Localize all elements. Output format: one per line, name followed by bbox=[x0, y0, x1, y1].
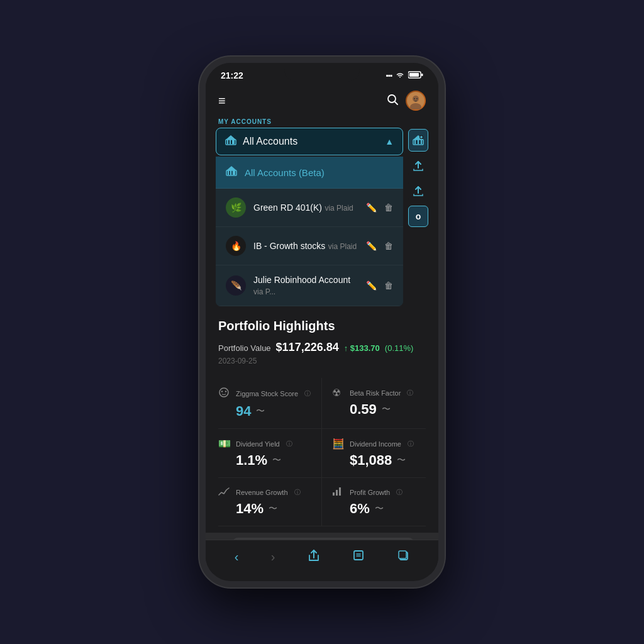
accounts-dropdown-trigger[interactable]: All Accounts ▲ bbox=[216, 128, 403, 155]
phone-notch bbox=[284, 63, 360, 82]
dropdown-menu: All Accounts (Beta) 🌿 Green RD 401(K) vi… bbox=[216, 157, 403, 306]
account-via-ib: via Plaid bbox=[328, 242, 357, 251]
account-name-ib: IB - Growth stocks bbox=[253, 241, 325, 251]
portfolio-change-pct: (0.11%) bbox=[385, 343, 414, 353]
metric-dividend-income: 🧮 Dividend Income ⓘ $1,088 〜 bbox=[322, 429, 426, 478]
revenue-growth-label: Revenue Growth bbox=[236, 489, 288, 496]
nav-right bbox=[387, 91, 426, 111]
account-name-green-rd: Green RD 401(K) bbox=[253, 203, 322, 213]
metric-profit-growth: Profit Growth ⓘ 6% 〜 bbox=[322, 478, 426, 526]
dividend-yield-value: 1.1% bbox=[236, 452, 267, 469]
revenue-growth-value: 14% bbox=[236, 501, 264, 517]
ziggma-score-info[interactable]: ⓘ bbox=[304, 389, 311, 398]
dropdown-item-all-accounts[interactable]: All Accounts (Beta) bbox=[216, 157, 403, 189]
tabs-button[interactable] bbox=[392, 547, 414, 567]
beta-risk-trend: 〜 bbox=[382, 404, 391, 415]
upload-button-1[interactable] bbox=[408, 155, 428, 177]
dividend-income-info[interactable]: ⓘ bbox=[408, 440, 414, 448]
svg-rect-14 bbox=[233, 140, 235, 144]
svg-point-32 bbox=[225, 391, 226, 392]
metric-revenue-growth: Revenue Growth ⓘ 14% 〜 bbox=[218, 478, 322, 526]
profit-growth-value: 6% bbox=[350, 501, 370, 517]
portfolio-title: Portfolio Highlights bbox=[218, 319, 426, 333]
upload-button-2[interactable] bbox=[408, 180, 428, 202]
dividend-yield-trend: 〜 bbox=[272, 455, 281, 466]
account-icon-robinhood: 🪶 bbox=[226, 275, 246, 296]
dividend-income-trend: 〜 bbox=[397, 455, 406, 466]
portfolio-value-label: Portfolio Value bbox=[218, 343, 271, 353]
ziggma-score-trend: 〜 bbox=[256, 406, 265, 417]
account-row-ib: 🔥 IB - Growth stocks via Plaid ✏️ 🗑 bbox=[216, 227, 403, 265]
nav-left: ≡ bbox=[218, 94, 226, 108]
wifi-icon bbox=[395, 70, 405, 80]
portfolio-section: Portfolio Highlights Portfolio Value $11… bbox=[206, 306, 438, 526]
signal-icon: ▪▪▪ bbox=[386, 71, 392, 80]
metric-ziggma-score: Ziggma Stock Score ⓘ 94 〜 bbox=[218, 378, 322, 429]
app-screen: ≡ bbox=[206, 83, 438, 574]
beta-risk-icon: ☢ bbox=[332, 387, 345, 399]
svg-line-4 bbox=[395, 102, 397, 104]
edit-icon-ib[interactable]: ✏️ bbox=[366, 241, 377, 251]
portfolio-date: 2023-09-25 bbox=[218, 357, 426, 365]
main-content: MY ACCOUNTS bbox=[206, 118, 438, 540]
profit-growth-trend: 〜 bbox=[375, 503, 384, 514]
svg-rect-33 bbox=[333, 492, 335, 496]
delete-icon-robinhood[interactable]: 🗑 bbox=[384, 280, 393, 291]
revenue-growth-info[interactable]: ⓘ bbox=[294, 488, 301, 497]
edit-icon-green-rd[interactable]: ✏️ bbox=[366, 203, 377, 213]
dividend-yield-info[interactable]: ⓘ bbox=[286, 440, 292, 448]
profit-growth-label: Profit Growth bbox=[350, 489, 390, 496]
forward-button[interactable]: › bbox=[266, 547, 280, 567]
svg-rect-12 bbox=[230, 140, 231, 144]
side-actions: o bbox=[408, 128, 428, 227]
metrics-grid: Ziggma Stock Score ⓘ 94 〜 ☢ Beta Risk Fa… bbox=[218, 378, 426, 526]
account-name-robinhood: Julie Robinhood Account bbox=[253, 275, 350, 285]
dividend-yield-label: Dividend Yield bbox=[236, 440, 280, 448]
svg-rect-11 bbox=[227, 140, 228, 144]
portfolio-value-row: Portfolio Value $117,226.84 ↑ $133.70 (0… bbox=[218, 341, 426, 354]
svg-marker-21 bbox=[226, 166, 236, 170]
dropdown-bank-icon bbox=[226, 165, 237, 179]
svg-rect-2 bbox=[421, 74, 423, 76]
bookmarks-button[interactable] bbox=[347, 547, 370, 567]
dividend-income-value: $1,088 bbox=[350, 452, 392, 469]
beta-risk-value: 0.59 bbox=[350, 401, 377, 418]
svg-point-3 bbox=[388, 95, 396, 103]
edit-icon-robinhood[interactable]: ✏️ bbox=[366, 280, 377, 291]
account-icon-green-rd: 🌿 bbox=[226, 197, 246, 218]
svg-rect-18 bbox=[230, 170, 231, 175]
accounts-selected-text: All Accounts bbox=[243, 136, 297, 147]
delete-icon-green-rd[interactable]: 🗑 bbox=[384, 203, 393, 213]
svg-rect-23 bbox=[414, 140, 416, 144]
bottom-nav: ‹ › bbox=[206, 540, 438, 574]
ziggma-score-label: Ziggma Stock Score bbox=[236, 390, 298, 397]
svg-marker-15 bbox=[226, 135, 236, 140]
account-row-robinhood: 🪶 Julie Robinhood Account via P... ✏️ 🗑 bbox=[216, 265, 403, 306]
delete-icon-ib[interactable]: 🗑 bbox=[384, 241, 393, 251]
add-account-button[interactable] bbox=[408, 129, 428, 152]
revenue-growth-icon bbox=[218, 487, 231, 498]
account-icon-ib: 🔥 bbox=[226, 236, 246, 256]
more-button[interactable]: o bbox=[408, 206, 428, 227]
avatar[interactable] bbox=[406, 91, 426, 111]
svg-rect-19 bbox=[233, 170, 234, 175]
svg-rect-20 bbox=[234, 170, 235, 175]
portfolio-value-amount: $117,226.84 bbox=[276, 341, 339, 354]
browser-bar: AA 🔒 app.ziggma.com ↻ bbox=[206, 533, 438, 540]
account-row-green-rd: 🌿 Green RD 401(K) via Plaid ✏️ 🗑 bbox=[216, 189, 403, 227]
hamburger-menu-icon[interactable]: ≡ bbox=[218, 94, 226, 108]
beta-risk-info[interactable]: ⓘ bbox=[407, 389, 413, 397]
svg-point-31 bbox=[221, 391, 223, 392]
account-via-green-rd: via Plaid bbox=[325, 204, 353, 213]
svg-rect-25 bbox=[421, 140, 422, 144]
svg-rect-36 bbox=[354, 551, 363, 560]
profit-growth-info[interactable]: ⓘ bbox=[396, 488, 402, 497]
share-button[interactable] bbox=[303, 547, 325, 567]
svg-rect-17 bbox=[228, 170, 229, 175]
top-nav: ≡ bbox=[206, 83, 438, 118]
accounts-section: MY ACCOUNTS bbox=[206, 118, 438, 306]
ziggma-score-icon bbox=[218, 387, 231, 401]
battery-icon bbox=[408, 70, 423, 80]
back-button[interactable]: ‹ bbox=[230, 547, 244, 567]
search-icon[interactable] bbox=[387, 94, 398, 108]
